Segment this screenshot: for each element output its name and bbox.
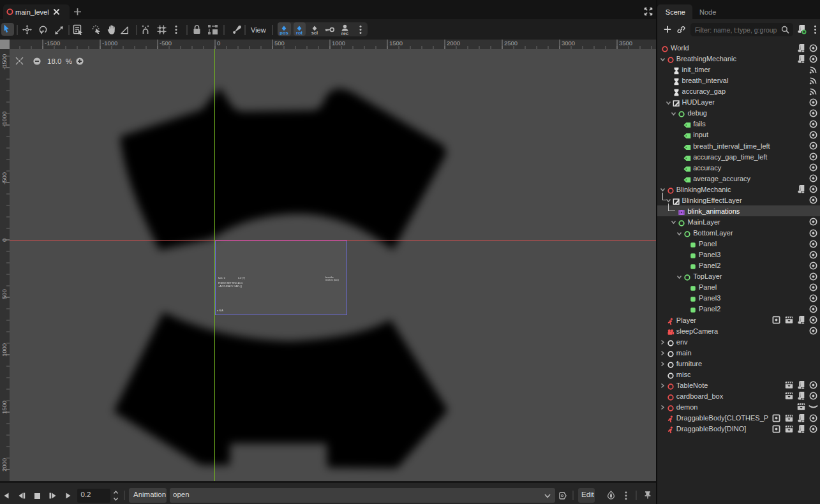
svg-text:1000: 1000 [332, 40, 345, 47]
svg-text:3500: 3500 [619, 40, 632, 47]
svg-text:1500: 1500 [1, 401, 8, 414]
svg-text:2000: 2000 [1, 458, 8, 471]
svg-text:rot: rot [296, 30, 303, 35]
svg-text:pos: pos [280, 30, 288, 35]
svg-text:-1500: -1500 [1, 54, 8, 70]
svg-text:-1000: -1000 [102, 40, 117, 47]
svg-text:1500: 1500 [389, 40, 403, 47]
svg-text:rec: rec [341, 30, 348, 35]
svg-text:1000: 1000 [1, 343, 8, 357]
svg-text:0: 0 [1, 239, 8, 242]
svg-text:2000: 2000 [447, 40, 460, 47]
svg-text:-500: -500 [1, 172, 8, 184]
svg-text:-1000: -1000 [1, 112, 8, 127]
svg-text:500: 500 [274, 40, 285, 47]
svg-text:3000: 3000 [562, 40, 575, 47]
svg-text:-1500: -1500 [45, 40, 60, 47]
svg-text:scl: scl [311, 30, 318, 35]
svg-text:-500: -500 [160, 40, 172, 47]
svg-text:2500: 2500 [504, 40, 518, 47]
svg-text:0: 0 [217, 40, 220, 47]
svg-text:500: 500 [1, 289, 8, 299]
